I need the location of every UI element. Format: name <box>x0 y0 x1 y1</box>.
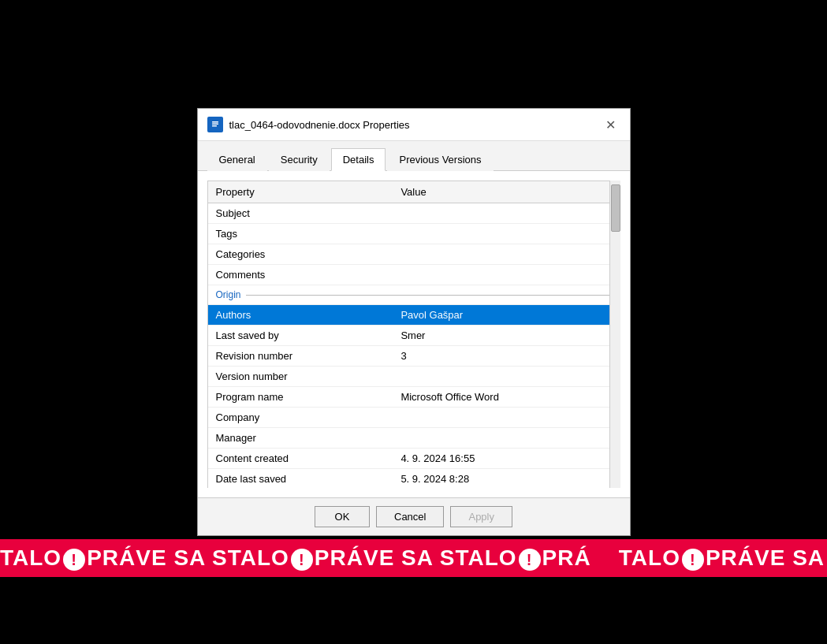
val-subject <box>393 203 619 224</box>
val-authors: Pavol Gašpar <box>393 305 619 326</box>
val-company <box>393 408 619 428</box>
scrollbar-thumb[interactable] <box>611 184 620 232</box>
ticker-text-2: TALO!PRÁVE SA STALO!PRÁVE SA STALO!PRÁ <box>619 545 827 570</box>
doc-icon <box>207 117 223 132</box>
table-row-date-last-saved: Date last saved 5. 9. 2024 8:28 <box>208 469 620 489</box>
dialog-body: Property Value Subject Tags <box>198 171 630 497</box>
prop-last-saved-by: Last saved by <box>208 326 393 346</box>
property-table: Property Value Subject Tags <box>208 181 620 488</box>
col-value: Value <box>393 181 619 203</box>
table-row: Categories <box>208 244 620 265</box>
val-date-last-saved: 5. 9. 2024 8:28 <box>393 469 619 489</box>
tab-previous-versions[interactable]: Previous Versions <box>387 148 493 171</box>
tab-general[interactable]: General <box>207 148 267 171</box>
val-manager <box>393 428 619 449</box>
prop-comments: Comments <box>208 265 393 285</box>
svg-rect-1 <box>212 121 218 123</box>
table-row-company: Company <box>208 408 620 428</box>
prop-company: Company <box>208 408 393 428</box>
ticker-banner: TALO!PRÁVE SA STALO!PRÁVE SA STALO!PRÁ T… <box>0 539 827 577</box>
table-row-revision-number: Revision number 3 <box>208 346 620 367</box>
val-last-saved-by: Smer <box>393 326 619 346</box>
val-revision-number: 3 <box>393 346 619 367</box>
dialog-title: tlac_0464-odovodnenie.docx Properties <box>229 119 595 131</box>
section-origin: Origin <box>208 285 620 305</box>
ticker-text-1: TALO!PRÁVE SA STALO!PRÁVE SA STALO!PRÁ <box>0 545 612 570</box>
svg-rect-2 <box>212 124 218 125</box>
prop-version-number: Version number <box>208 367 393 387</box>
tab-details[interactable]: Details <box>331 148 386 171</box>
val-categories <box>393 244 619 265</box>
val-tags <box>393 224 619 244</box>
prop-manager: Manager <box>208 428 393 449</box>
table-row-version-number: Version number <box>208 367 620 387</box>
val-content-created: 4. 9. 2024 16:55 <box>393 449 619 469</box>
prop-content-created: Content created <box>208 449 393 469</box>
tab-bar: General Security Details Previous Versio… <box>198 141 630 171</box>
val-comments <box>393 265 619 285</box>
val-program-name: Microsoft Office Word <box>393 387 619 408</box>
table-row-program-name: Program name Microsoft Office Word <box>208 387 620 408</box>
ok-button[interactable]: OK <box>315 506 370 527</box>
prop-revision-number: Revision number <box>208 346 393 367</box>
table-row: Subject <box>208 203 620 224</box>
dialog-footer: OK Cancel Apply <box>198 497 630 535</box>
property-table-wrapper: Property Value Subject Tags <box>207 181 620 488</box>
val-version-number <box>393 367 619 387</box>
prop-tags: Tags <box>208 224 393 244</box>
prop-categories: Categories <box>208 244 393 265</box>
table-row: Comments <box>208 265 620 285</box>
prop-program-name: Program name <box>208 387 393 408</box>
section-origin-label: Origin <box>208 285 620 305</box>
table-row-content-created: Content created 4. 9. 2024 16:55 <box>208 449 620 469</box>
col-property: Property <box>208 181 393 203</box>
property-table-container: Property Value Subject Tags <box>207 181 620 488</box>
origin-text: Origin <box>216 289 241 300</box>
tab-security[interactable]: Security <box>269 148 330 171</box>
table-row-manager: Manager <box>208 428 620 449</box>
cancel-button[interactable]: Cancel <box>376 506 444 527</box>
prop-authors: Authors <box>208 305 393 326</box>
table-row-authors[interactable]: Authors Pavol Gašpar <box>208 305 620 326</box>
ticker-inner: TALO!PRÁVE SA STALO!PRÁVE SA STALO!PRÁ T… <box>0 545 827 571</box>
title-bar: tlac_0464-odovodnenie.docx Properties ✕ <box>198 109 630 141</box>
prop-subject: Subject <box>208 203 393 224</box>
scrollbar-track[interactable] <box>609 181 620 488</box>
apply-button[interactable]: Apply <box>450 506 512 527</box>
table-row: Tags <box>208 224 620 244</box>
close-button[interactable]: ✕ <box>602 115 620 134</box>
svg-rect-3 <box>212 125 217 127</box>
table-header-row: Property Value <box>208 181 620 203</box>
properties-dialog: tlac_0464-odovodnenie.docx Properties ✕ … <box>197 108 631 536</box>
prop-date-last-saved: Date last saved <box>208 469 393 489</box>
table-row-last-saved-by: Last saved by Smer <box>208 326 620 346</box>
